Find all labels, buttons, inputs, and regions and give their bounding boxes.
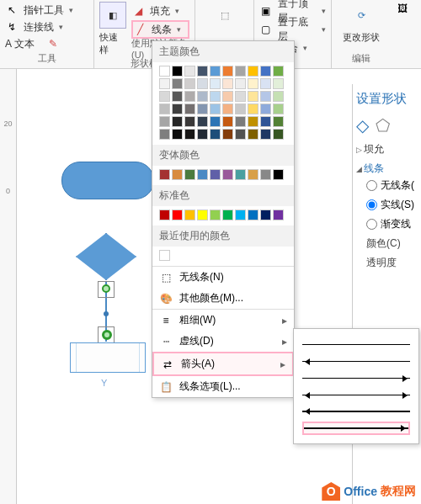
- color-swatch[interactable]: [210, 129, 221, 140]
- color-swatch[interactable]: [273, 210, 284, 220]
- color-swatch[interactable]: [222, 129, 233, 140]
- color-swatch[interactable]: [235, 78, 246, 89]
- color-swatch[interactable]: [235, 169, 246, 180]
- color-swatch[interactable]: [197, 210, 208, 220]
- size-tab-icon[interactable]: ⬠: [376, 115, 390, 135]
- color-swatch[interactable]: [235, 91, 246, 102]
- color-swatch[interactable]: [222, 66, 233, 77]
- color-swatch[interactable]: [172, 116, 183, 127]
- color-swatch[interactable]: [248, 66, 258, 77]
- picture-icon[interactable]: 🖼: [396, 2, 409, 15]
- color-swatch[interactable]: [222, 103, 233, 114]
- arrow-style-left-thick[interactable]: [302, 405, 410, 418]
- color-swatch[interactable]: [159, 129, 170, 140]
- color-swatch[interactable]: [159, 250, 170, 261]
- color-swatch[interactable]: [248, 169, 258, 180]
- color-swatch[interactable]: [210, 169, 221, 180]
- pointer-tool[interactable]: 指针工具: [24, 3, 64, 18]
- color-swatch[interactable]: [260, 103, 271, 114]
- color-swatch[interactable]: [172, 66, 183, 77]
- endpoint-handle-bottom[interactable]: [102, 330, 112, 340]
- ink-icon[interactable]: ✎: [46, 37, 60, 50]
- color-swatch[interactable]: [172, 78, 183, 89]
- line-options-item[interactable]: 📋线条选项(L)...: [152, 376, 294, 397]
- color-swatch[interactable]: [260, 210, 271, 220]
- line-button[interactable]: 线条: [152, 23, 172, 37]
- color-swatch[interactable]: [235, 129, 246, 140]
- color-swatch[interactable]: [159, 116, 170, 127]
- text-tool[interactable]: A 文本: [5, 37, 35, 51]
- color-swatch[interactable]: [184, 210, 195, 220]
- color-swatch[interactable]: [222, 78, 233, 89]
- more-colors-item[interactable]: 🎨其他颜色(M)...: [152, 288, 294, 309]
- color-swatch[interactable]: [222, 116, 233, 127]
- color-swatch[interactable]: [273, 78, 284, 89]
- color-swatch[interactable]: [248, 78, 258, 89]
- dashes-item[interactable]: ┄虚线(D)▸: [152, 331, 294, 352]
- line-transparency-prop[interactable]: 透明度: [356, 253, 418, 273]
- color-swatch[interactable]: [210, 116, 221, 127]
- arrow-style-left[interactable]: [302, 354, 410, 368]
- color-swatch[interactable]: [159, 66, 170, 77]
- color-swatch[interactable]: [260, 78, 271, 89]
- color-swatch[interactable]: [159, 78, 170, 89]
- color-swatch[interactable]: [260, 91, 271, 102]
- connector-tool[interactable]: 连接线: [24, 20, 54, 34]
- color-swatch[interactable]: [260, 129, 271, 140]
- color-swatch[interactable]: [260, 66, 271, 77]
- color-swatch[interactable]: [235, 210, 246, 220]
- color-swatch[interactable]: [260, 116, 271, 127]
- color-swatch[interactable]: [273, 129, 284, 140]
- fill-section-toggle[interactable]: ▷坝允: [356, 142, 418, 157]
- midpoint-handle[interactable]: [104, 311, 109, 316]
- radio-no-line[interactable]: 无线条(: [356, 176, 418, 195]
- color-swatch[interactable]: [184, 91, 195, 102]
- color-swatch[interactable]: [222, 210, 233, 220]
- shape-terminator[interactable]: [61, 162, 154, 199]
- radio-gradient-line[interactable]: 渐变线: [356, 215, 418, 234]
- color-swatch[interactable]: [248, 210, 258, 220]
- color-swatch[interactable]: [210, 210, 221, 220]
- radio-solid-line[interactable]: 实线(S): [356, 195, 418, 215]
- color-swatch[interactable]: [197, 78, 208, 89]
- color-swatch[interactable]: [159, 210, 170, 220]
- color-swatch[interactable]: [248, 129, 258, 140]
- color-swatch[interactable]: [235, 103, 246, 114]
- color-swatch[interactable]: [235, 116, 246, 127]
- color-swatch[interactable]: [210, 103, 221, 114]
- color-swatch[interactable]: [184, 66, 195, 77]
- color-swatch[interactable]: [210, 66, 221, 77]
- arrow-style-right-thick[interactable]: [302, 422, 410, 435]
- fill-button[interactable]: 填充: [150, 4, 170, 19]
- color-swatch[interactable]: [184, 103, 195, 114]
- color-swatch[interactable]: [273, 66, 284, 77]
- align-large[interactable]: ⬚: [200, 2, 248, 29]
- color-swatch[interactable]: [159, 103, 170, 114]
- color-swatch[interactable]: [184, 169, 195, 180]
- color-swatch[interactable]: [172, 210, 183, 220]
- color-swatch[interactable]: [222, 169, 233, 180]
- color-swatch[interactable]: [260, 169, 271, 180]
- quick-styles[interactable]: ◧快速样: [99, 2, 126, 57]
- color-swatch[interactable]: [273, 116, 284, 127]
- color-swatch[interactable]: [184, 116, 195, 127]
- color-swatch[interactable]: [210, 91, 221, 102]
- fill-line-tab-icon[interactable]: ◇: [356, 115, 369, 135]
- color-swatch[interactable]: [248, 91, 258, 102]
- color-swatch[interactable]: [159, 169, 170, 180]
- color-swatch[interactable]: [197, 91, 208, 102]
- shape-decision[interactable]: [76, 233, 136, 280]
- color-swatch[interactable]: [248, 103, 258, 114]
- color-swatch[interactable]: [273, 169, 284, 180]
- color-swatch[interactable]: [197, 103, 208, 114]
- color-swatch[interactable]: [273, 103, 284, 114]
- shape-process[interactable]: [70, 342, 146, 373]
- color-swatch[interactable]: [197, 129, 208, 140]
- no-line-item[interactable]: ⬚无线条(N): [152, 267, 294, 288]
- color-swatch[interactable]: [197, 116, 208, 127]
- color-swatch[interactable]: [159, 91, 170, 102]
- color-swatch[interactable]: [184, 78, 195, 89]
- color-swatch[interactable]: [197, 66, 208, 77]
- color-swatch[interactable]: [210, 78, 221, 89]
- color-swatch[interactable]: [184, 129, 195, 140]
